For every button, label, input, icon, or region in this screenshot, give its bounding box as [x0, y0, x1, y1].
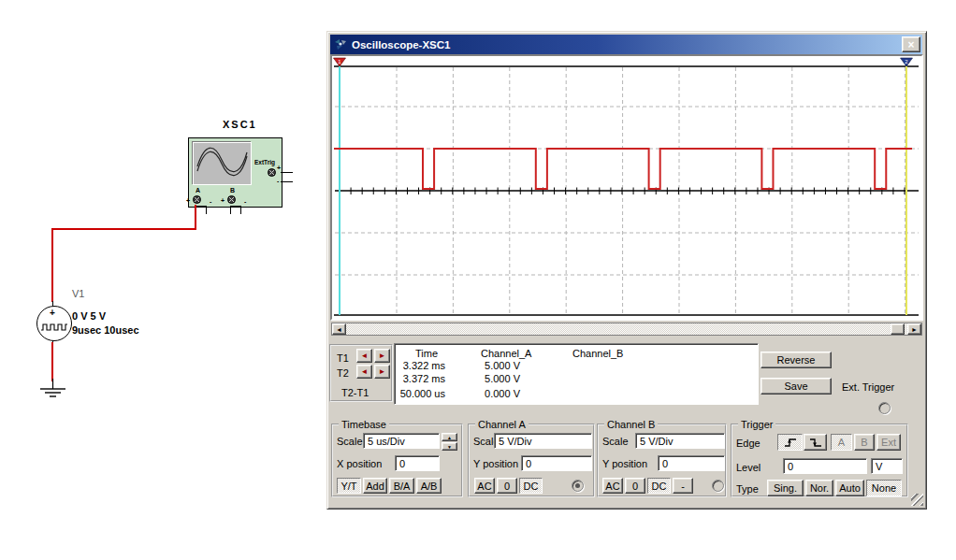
- trigger-type-sing-button[interactable]: Sing.: [767, 480, 804, 496]
- minus-label: -: [681, 481, 685, 492]
- channel-b-ypos-input[interactable]: 0: [658, 455, 725, 471]
- save-button[interactable]: Save: [760, 378, 832, 395]
- channel-a-zero-button[interactable]: 0: [497, 478, 517, 494]
- t1-ch-a: 5.000 V: [460, 360, 520, 371]
- trigger-level-input[interactable]: 0: [783, 458, 867, 474]
- trigger-type-nor-button[interactable]: Nor.: [805, 480, 833, 496]
- t2-ch-a: 5.000 V: [460, 373, 520, 384]
- v1-value-line1: 0 V 5 V: [72, 310, 106, 322]
- ext-trigger-label: Ext. Trigger: [842, 381, 894, 393]
- pin-a-bridge: [196, 206, 207, 207]
- trigger-source-b-button[interactable]: B: [854, 434, 875, 451]
- yt-label: Y/T: [340, 481, 356, 492]
- t1-right-button[interactable]: ►: [374, 349, 390, 363]
- channel-b-zero-button[interactable]: 0: [625, 478, 645, 494]
- trigger-group: Trigger Edge A B Ext Level 0: [731, 424, 908, 497]
- ext-trigger-connector[interactable]: [878, 402, 891, 414]
- ext-trig-terminal-icon[interactable]: [267, 167, 277, 178]
- t1-left-icon: ◄: [361, 352, 369, 360]
- schematic-area: XSC1 ExtTrig + - A B: [0, 0, 326, 560]
- resize-grip[interactable]: [911, 494, 923, 506]
- square-wave-icon: [40, 322, 68, 333]
- window-title: Oscilloscope-XSC1: [352, 39, 450, 50]
- cursor-readout-display: Time Channel_A Channel_B 3.322 ms 5.000 …: [394, 343, 759, 405]
- timebase-ba-button[interactable]: B/A: [389, 478, 414, 494]
- scope-screen: [193, 142, 252, 185]
- t1-time: 3.322 ms: [395, 360, 445, 371]
- close-button[interactable]: ×: [902, 36, 920, 52]
- t1-left-button[interactable]: ◄: [356, 349, 372, 363]
- t1-label: T1: [337, 352, 349, 364]
- ac-label: AC: [477, 481, 491, 492]
- v1-source[interactable]: +: [36, 306, 72, 341]
- scroll-left-icon: ◄: [336, 326, 342, 333]
- sing-label: Sing.: [774, 482, 797, 494]
- timebase-scale-spin-down[interactable]: ▼: [442, 442, 457, 451]
- zero-label: 0: [504, 481, 510, 492]
- channel-b-ypos-value: 0: [662, 458, 668, 469]
- channel-a-ypos-value: 0: [526, 458, 531, 469]
- timebase-ab-button[interactable]: A/B: [416, 478, 442, 494]
- trigger-type-none-button[interactable]: None: [866, 480, 902, 496]
- ext-trig-pin-minus: [281, 181, 293, 182]
- timebase-add-button[interactable]: Add: [363, 478, 387, 494]
- channel-b-scale-value: 5 V/Div: [640, 436, 673, 447]
- channel-a-group: Channel A Scale 5 V/Div Y position 0 AC …: [468, 424, 595, 497]
- channel-a-scale-input[interactable]: 5 V/Div: [494, 433, 592, 449]
- channel-b-minus-button[interactable]: -: [673, 478, 693, 494]
- scroll-right-button[interactable]: ►: [907, 323, 921, 335]
- channel-a-probe-dot: [575, 483, 580, 488]
- wire-horizontal: [51, 228, 196, 230]
- pin-b-plus: [230, 206, 231, 214]
- t2-time: 3.372 ms: [395, 373, 445, 384]
- trigger-level-unit[interactable]: V: [871, 458, 903, 474]
- graph-frame: 12: [330, 54, 923, 321]
- timebase-scale-input[interactable]: 5 us/Div: [363, 433, 440, 449]
- scroll-thumb[interactable]: [891, 323, 905, 335]
- app-icon: [334, 38, 347, 50]
- timebase-yt-button[interactable]: Y/T: [337, 478, 361, 494]
- timebase-scale-spin-up[interactable]: ▲: [442, 433, 457, 441]
- channel-b-ac-button[interactable]: AC: [602, 478, 623, 494]
- v1-plus-sign: +: [50, 308, 55, 318]
- reverse-button[interactable]: Reverse: [760, 352, 832, 368]
- rising-edge-button[interactable]: [777, 434, 803, 451]
- channel-b-scale-input[interactable]: 5 V/Div: [635, 433, 725, 449]
- t2-left-button[interactable]: ◄: [356, 365, 372, 379]
- pin-a-minus-label: -: [210, 198, 211, 205]
- timebase-group: Timebase Scale 5 us/Div ▲ ▼ X position 0…: [331, 424, 463, 497]
- pin-b-plus-label: +: [221, 197, 225, 204]
- t2-right-icon: ►: [379, 367, 386, 376]
- channel-a-dc-button[interactable]: DC: [519, 478, 543, 494]
- channel-a-ypos-input[interactable]: 0: [521, 455, 592, 471]
- channel-a-ac-button[interactable]: AC: [474, 478, 495, 494]
- trigger-level-label: Level: [736, 462, 760, 473]
- trigger-source-a-button[interactable]: A: [831, 434, 852, 451]
- channel-b-terminal-icon[interactable]: [226, 194, 237, 205]
- trigger-source-ext-button[interactable]: Ext: [876, 434, 901, 451]
- t2-right-button[interactable]: ►: [374, 365, 390, 379]
- channel-b-dc-button[interactable]: DC: [647, 478, 671, 494]
- ground-symbol[interactable]: [38, 379, 67, 399]
- channel-a-scale-value: 5 V/Div: [499, 436, 531, 447]
- oscilloscope-component[interactable]: ExtTrig + - A B: [188, 137, 282, 208]
- falling-edge-button[interactable]: [804, 434, 827, 451]
- dc-label: DC: [652, 481, 667, 492]
- ac-label: AC: [605, 481, 619, 492]
- graph-hscrollbar[interactable]: ◄ ►: [331, 323, 922, 336]
- ext-trig-plus: +: [277, 165, 281, 171]
- trigger-type-auto-button[interactable]: Auto: [835, 480, 864, 496]
- pin-a-plus-label: +: [186, 197, 190, 204]
- timebase-xpos-input[interactable]: 0: [395, 455, 440, 471]
- t2t1-time: 50.000 us: [395, 388, 445, 399]
- scroll-left-button[interactable]: ◄: [332, 323, 346, 335]
- col-header-channel-b: Channel_B: [572, 348, 623, 359]
- channel-b-probe-indicator: [712, 480, 724, 492]
- add-label: Add: [366, 481, 384, 492]
- nor-label: Nor.: [810, 482, 829, 494]
- oscilloscope-graph[interactable]: 12: [332, 56, 921, 319]
- oscilloscope-window: Oscilloscope-XSC1 × 12 ◄ ► T1 ◄ ►: [326, 31, 927, 510]
- trigger-b-label: B: [861, 437, 867, 448]
- channel-a-terminal-icon[interactable]: [192, 194, 202, 205]
- v1-refdes: V1: [72, 288, 84, 299]
